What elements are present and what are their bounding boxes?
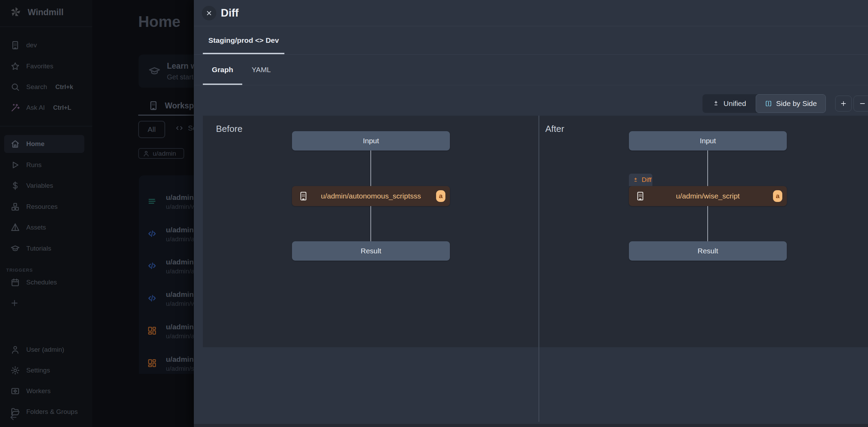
script-node-path: u/admin/wise_script (629, 186, 787, 206)
assets-label: Assets (26, 224, 46, 231)
filter-all-button[interactable]: All (138, 121, 165, 138)
list-item-path: u/admin/w (166, 300, 196, 308)
sidebar-item-workers[interactable]: Workers (10, 386, 50, 396)
sidebar-item-assets[interactable]: Assets (10, 223, 46, 232)
variables-label: Variables (26, 182, 53, 190)
magic-wand-icon (10, 103, 20, 113)
zoom-in-button[interactable] (835, 96, 852, 111)
sidebar-item-settings[interactable]: Settings (10, 366, 50, 375)
add-trigger-button[interactable] (10, 298, 19, 308)
before-input-node[interactable]: Input (292, 131, 450, 151)
code-icon (147, 261, 157, 271)
minus-icon (859, 100, 866, 107)
workers-icon (10, 386, 20, 396)
before-script-node[interactable]: u/admin/autonomous_scriptsss a (292, 186, 450, 206)
close-drawer-button[interactable] (202, 6, 216, 20)
home-icon (10, 139, 20, 149)
page-title: Home (138, 13, 180, 30)
before-panel-label: Before (216, 124, 243, 134)
search-shortcut: Ctrl+k (55, 84, 73, 91)
graph-tab-label: Graph (212, 66, 233, 74)
triggers-section-label: TRIGGERS (6, 268, 33, 273)
edge-connector (707, 151, 708, 186)
edge-connector (370, 206, 371, 241)
active-tab-underline (203, 84, 242, 85)
result-node-label: Result (698, 247, 718, 255)
unified-view-button[interactable]: Unified (702, 94, 756, 113)
play-icon (10, 160, 20, 170)
collapse-sidebar-button[interactable] (9, 413, 18, 422)
ask-ai-shortcut: Ctrl+L (53, 104, 72, 111)
app-title: Windmill (28, 7, 64, 17)
filter-scripts-button[interactable]: Sc (175, 124, 197, 133)
sidebar-item-ask-ai[interactable]: Ask AI Ctrl+L (10, 103, 71, 113)
drawer-bottom-edge (194, 424, 868, 427)
app-grid-icon (147, 358, 157, 368)
diff-change-badge[interactable]: Diff (629, 174, 652, 186)
windmill-logo-icon (9, 6, 22, 19)
resources-label: Resources (26, 203, 58, 211)
home-label: Home (26, 140, 45, 148)
sidebar-item-user[interactable]: User (admin) (10, 345, 64, 355)
sidebar-item-tutorials[interactable]: Tutorials (10, 244, 51, 253)
filter-all-label: All (148, 125, 155, 134)
boxes-icon (10, 202, 20, 212)
script-node-path: u/admin/autonomous_scriptsss (292, 186, 450, 206)
graduation-cap-icon (148, 65, 161, 77)
search-icon (10, 82, 20, 92)
sidebar-item-schedules[interactable]: Schedules (10, 278, 57, 287)
graduation-cap-icon (10, 244, 20, 253)
sidebar-item-favorites[interactable]: Favorites (10, 61, 53, 71)
code-icon (147, 293, 157, 303)
edge-connector (707, 206, 708, 241)
drawer-title: Diff (221, 7, 239, 19)
arrow-left-icon (9, 413, 18, 422)
list-item-path: u/admin/a (166, 235, 195, 243)
sidebar-item-workspace[interactable]: dev (10, 40, 37, 50)
workers-label: Workers (26, 387, 50, 395)
sidebar-item-resources[interactable]: Resources (10, 202, 58, 212)
unified-label: Unified (724, 99, 746, 108)
owner-chip-label: u/admin (153, 150, 176, 157)
workspace-label: dev (26, 41, 37, 49)
sidebar-item-home[interactable]: Home (4, 135, 84, 153)
pyramid-icon (10, 223, 20, 232)
result-node-label: Result (361, 247, 381, 255)
view-mode-tabbar: Graph YAML (194, 55, 868, 85)
tab-graph[interactable]: Graph (203, 55, 242, 85)
side-by-side-label: Side by Side (776, 99, 817, 108)
after-panel-label: After (545, 124, 564, 134)
panels-divider (538, 116, 539, 422)
tab-staging-prod-dev[interactable]: Staging/prod <> Dev (203, 27, 284, 54)
after-script-node[interactable]: u/admin/wise_script a (629, 186, 787, 206)
divider (0, 27, 92, 27)
building-icon (148, 100, 159, 111)
tutorials-label: Tutorials (26, 245, 51, 252)
divider (0, 126, 92, 126)
zoom-out-button[interactable] (853, 96, 868, 111)
sidebar-item-runs[interactable]: Runs (10, 160, 41, 170)
windmill-logo[interactable]: Windmill (9, 6, 64, 19)
diff-target-tabbar: Staging/prod <> Dev (194, 27, 868, 55)
list-item-path: u/admin/w (166, 203, 196, 211)
owner-filter-chip[interactable]: u/admin (138, 148, 184, 159)
app-grid-icon (147, 326, 157, 336)
after-input-node[interactable]: Input (629, 131, 787, 151)
sidebar-item-variables[interactable]: Variables (10, 181, 53, 191)
diff-drawer: Diff Staging/prod <> Dev Graph YAML Unif… (194, 0, 868, 427)
sidebar-item-search[interactable]: Search Ctrl+k (10, 82, 73, 92)
sidebar-item-folders-groups[interactable]: Folders & Groups (10, 407, 78, 417)
diff-badge-label: Diff (642, 176, 651, 184)
tab-yaml[interactable]: YAML (246, 55, 277, 85)
side-by-side-view-button[interactable]: Side by Side (756, 94, 826, 113)
after-result-node[interactable]: Result (629, 241, 787, 261)
user-icon (10, 345, 20, 355)
active-tab-underline (203, 53, 284, 54)
diff-icon (632, 177, 639, 183)
input-node-label: Input (363, 137, 379, 145)
list-item-path: u/admin/a (166, 332, 195, 340)
schedules-label: Schedules (26, 279, 57, 286)
code-icon (175, 124, 184, 133)
before-result-node[interactable]: Result (292, 241, 450, 261)
list-item-title: u/admin (166, 193, 194, 202)
